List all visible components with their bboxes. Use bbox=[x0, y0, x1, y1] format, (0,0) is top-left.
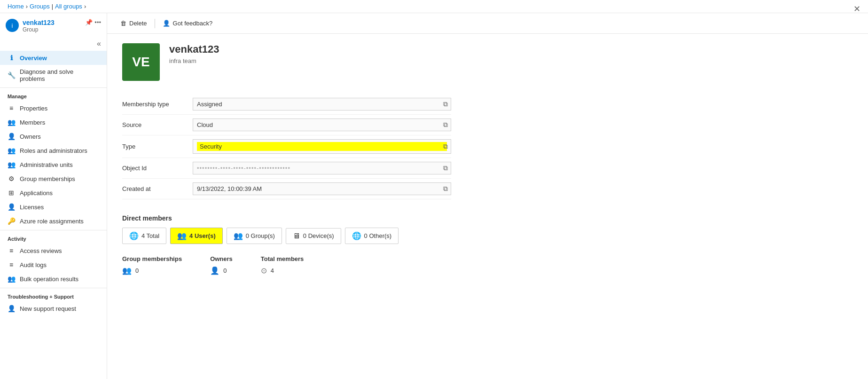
created-at-text: 9/13/2022, 10:00:39 AM bbox=[197, 185, 447, 192]
object-id-copy-icon[interactable]: ⧉ bbox=[443, 164, 448, 172]
toolbar: 🗑 Delete 👤 Got feedback? bbox=[107, 13, 868, 34]
created-at-copy-icon[interactable]: ⧉ bbox=[443, 185, 448, 193]
sidebar-item-group-memberships[interactable]: ⚙ Group memberships bbox=[0, 172, 107, 186]
source-copy-icon[interactable]: ⧉ bbox=[443, 121, 448, 129]
stat-total-members-icon: ⊙ bbox=[261, 266, 267, 275]
chip-devices-label: 0 Device(s) bbox=[303, 232, 334, 239]
chip-others[interactable]: 🌐 0 Other(s) bbox=[345, 228, 399, 244]
stat-group-memberships-label: Group memberships bbox=[122, 255, 182, 262]
licenses-icon: 👤 bbox=[8, 203, 15, 211]
sidebar-item-support-label: New support request bbox=[20, 305, 76, 312]
roles-icon: 👥 bbox=[8, 147, 15, 154]
azure-roles-icon: 🔑 bbox=[8, 217, 15, 225]
stat-owners-icon: 👤 bbox=[210, 266, 219, 275]
sidebar-item-properties-label: Properties bbox=[20, 105, 47, 112]
chip-devices[interactable]: 🖥 0 Device(s) bbox=[286, 228, 341, 244]
source-text: Cloud bbox=[197, 121, 447, 128]
manage-section-header: Manage bbox=[0, 87, 107, 101]
sidebar-item-applications-label: Applications bbox=[20, 190, 53, 197]
membership-type-label: Membership type bbox=[122, 101, 193, 108]
sidebar-item-owners-label: Owners bbox=[20, 133, 41, 140]
users-icon: 👥 bbox=[177, 231, 187, 240]
close-button[interactable]: ✕ bbox=[853, 4, 860, 14]
activity-section-header: Activity bbox=[0, 230, 107, 244]
sidebar-header: i venkat123 Group 📌 ••• bbox=[0, 13, 107, 37]
feedback-button[interactable]: 👤 Got feedback? bbox=[157, 17, 219, 30]
properties-grid: Membership type Assigned ⧉ Source Cloud … bbox=[122, 94, 451, 199]
sidebar-item-admin-units[interactable]: 👥 Administrative units bbox=[0, 158, 107, 172]
stat-group-memberships-number: 0 bbox=[135, 267, 139, 274]
sidebar-item-roles[interactable]: 👥 Roles and administrators bbox=[0, 143, 107, 158]
more-icon[interactable]: ••• bbox=[94, 19, 101, 26]
stat-group-memberships-icon: 👥 bbox=[122, 266, 132, 275]
created-at-label: Created at bbox=[122, 185, 193, 192]
chip-groups-label: 0 Group(s) bbox=[246, 232, 275, 239]
chip-total[interactable]: 🌐 4 Total bbox=[122, 228, 166, 244]
stat-total-members-label: Total members bbox=[261, 255, 304, 262]
object-id-label: Object Id bbox=[122, 165, 193, 172]
membership-type-copy-icon[interactable]: ⧉ bbox=[443, 100, 448, 108]
sidebar-item-bulk-ops-label: Bulk operation results bbox=[20, 276, 78, 283]
properties-icon: ≡ bbox=[8, 104, 15, 112]
type-text: Security bbox=[197, 142, 447, 151]
content-area: 🗑 Delete 👤 Got feedback? VE venkat123 in… bbox=[107, 13, 868, 379]
sidebar-item-support[interactable]: 👤 New support request bbox=[0, 301, 107, 316]
direct-members-title: Direct members bbox=[122, 214, 853, 222]
type-copy-icon[interactable]: ⧉ bbox=[443, 142, 448, 150]
stat-owners-label: Owners bbox=[210, 255, 233, 262]
sidebar-item-members-label: Members bbox=[20, 119, 45, 126]
sidebar-item-owners[interactable]: 👤 Owners bbox=[0, 129, 107, 143]
pin-icon[interactable]: 📌 bbox=[85, 19, 93, 26]
sidebar-icon: i bbox=[6, 19, 19, 32]
property-row-type: Type Security ⧉ bbox=[122, 135, 451, 158]
group-name: venkat123 bbox=[169, 43, 219, 55]
stat-group-memberships-value: 👥 0 bbox=[122, 266, 182, 275]
created-at-value: 9/13/2022, 10:00:39 AM ⧉ bbox=[193, 182, 451, 195]
sidebar-item-group-memberships-label: Group memberships bbox=[20, 175, 75, 182]
sidebar-item-bulk-ops[interactable]: 👥 Bulk operation results bbox=[0, 272, 107, 286]
collapse-button[interactable]: « bbox=[95, 39, 103, 49]
bulk-ops-icon: 👥 bbox=[8, 275, 15, 283]
group-avatar: VE bbox=[122, 43, 160, 81]
object-id-value: ••••••••-••••-••••-••••-•••••••••••• ⧉ bbox=[193, 162, 451, 174]
sidebar-group-type: Group bbox=[23, 26, 55, 33]
sidebar-item-properties[interactable]: ≡ Properties bbox=[0, 101, 107, 115]
toolbar-divider bbox=[155, 19, 155, 28]
breadcrumb-groups[interactable]: Groups bbox=[30, 3, 50, 10]
members-icon: 👥 bbox=[8, 118, 15, 126]
sidebar-item-diagnose-label: Diagnose and solve problems bbox=[20, 68, 99, 82]
sidebar-item-diagnose[interactable]: 🔧 Diagnose and solve problems bbox=[0, 65, 107, 86]
stats-row: Group memberships 👥 0 Owners 👤 0 Total m… bbox=[122, 255, 853, 275]
members-row: 🌐 4 Total 👥 4 User(s) 👥 0 Group(s) 🖥 0 D… bbox=[122, 228, 853, 244]
others-icon: 🌐 bbox=[352, 231, 361, 240]
stat-total-members-value: ⊙ 4 bbox=[261, 266, 304, 275]
sidebar-item-applications[interactable]: ⊞ Applications bbox=[0, 186, 107, 200]
sidebar-item-access-reviews-label: Access reviews bbox=[20, 247, 62, 254]
diagnose-icon: 🔧 bbox=[8, 71, 15, 79]
owners-icon: 👤 bbox=[8, 133, 15, 140]
applications-icon: ⊞ bbox=[8, 189, 15, 197]
type-label: Type bbox=[122, 143, 193, 150]
stat-group-memberships: Group memberships 👥 0 bbox=[122, 255, 182, 275]
sidebar-item-licenses[interactable]: 👤 Licenses bbox=[0, 200, 107, 214]
breadcrumb-home[interactable]: Home bbox=[8, 3, 24, 10]
group-description: infra team bbox=[169, 57, 219, 64]
sidebar-item-access-reviews[interactable]: ≡ Access reviews bbox=[0, 244, 107, 258]
breadcrumb: Home › Groups | All groups › bbox=[0, 0, 868, 13]
delete-label: Delete bbox=[129, 20, 147, 27]
chip-groups[interactable]: 👥 0 Group(s) bbox=[227, 228, 282, 244]
sidebar-item-overview[interactable]: ℹ Overview bbox=[0, 51, 107, 65]
chip-users[interactable]: 👥 4 User(s) bbox=[170, 228, 223, 244]
source-value: Cloud ⧉ bbox=[193, 118, 451, 131]
collapse-sidebar[interactable]: « bbox=[0, 37, 107, 51]
admin-units-icon: 👥 bbox=[8, 161, 15, 168]
sidebar-item-members[interactable]: 👥 Members bbox=[0, 115, 107, 129]
devices-icon: 🖥 bbox=[293, 232, 300, 240]
breadcrumb-all-groups[interactable]: All groups bbox=[55, 3, 82, 10]
stat-total-members-number: 4 bbox=[271, 267, 274, 274]
delete-button[interactable]: 🗑 Delete bbox=[115, 17, 153, 30]
type-value: Security ⧉ bbox=[193, 139, 451, 154]
sidebar-item-azure-roles[interactable]: 🔑 Azure role assignments bbox=[0, 214, 107, 228]
chip-total-label: 4 Total bbox=[141, 232, 159, 239]
sidebar-item-audit-logs[interactable]: ≡ Audit logs bbox=[0, 258, 107, 272]
